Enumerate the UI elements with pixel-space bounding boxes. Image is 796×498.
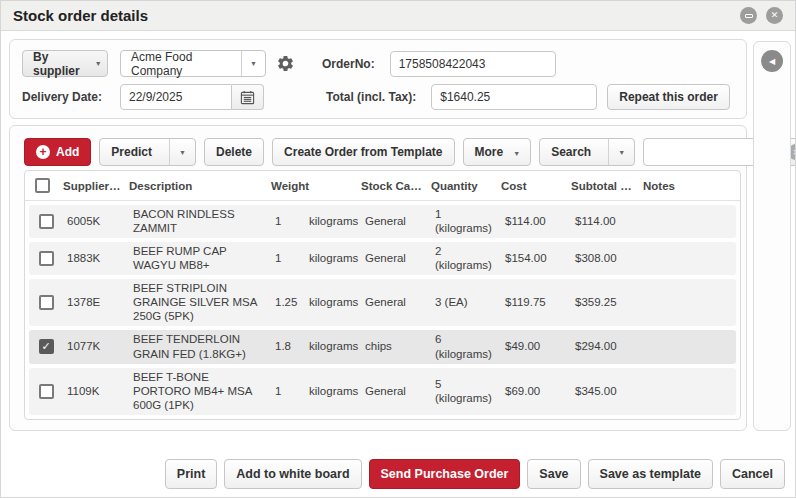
stock-category: General: [361, 212, 431, 230]
delivery-date-input[interactable]: [120, 84, 232, 110]
cost: $119.75: [501, 293, 571, 311]
col-description[interactable]: Description: [125, 180, 267, 192]
table-row[interactable]: 1077K BEEF TENDERLOIN GRAIN FED (1.8KG+)…: [29, 330, 736, 364]
quantity: 6 (kilograms): [431, 330, 501, 363]
repeat-order-button[interactable]: Repeat this order: [607, 84, 730, 110]
close-button[interactable]: ✕: [766, 7, 783, 24]
supplier-code: 6005K: [63, 212, 129, 230]
weight-unit: kilograms: [305, 249, 361, 267]
supplier-select[interactable]: Acme Food Company ▼: [120, 50, 266, 77]
cost: $114.00: [501, 212, 571, 230]
subtotal: $308.00: [571, 249, 643, 267]
select-all-checkbox[interactable]: [35, 178, 50, 193]
more-button[interactable]: More ▼: [463, 138, 532, 166]
minimize-button[interactable]: [740, 7, 757, 24]
chevron-down-icon: ▼: [513, 150, 520, 157]
col-notes[interactable]: Notes: [639, 180, 740, 192]
gear-icon[interactable]: [276, 54, 295, 73]
description: BEEF T-BONE PORTORO MB4+ MSA 600G (1PK): [129, 368, 271, 415]
weight-unit: kilograms: [305, 293, 361, 311]
search-label: Search: [540, 145, 602, 159]
table-row[interactable]: 6005K BACON RINDLESS ZAMMIT 1 kilograms …: [29, 205, 736, 238]
chevron-down-icon: ▼: [250, 60, 257, 67]
weight-value: 1: [271, 382, 305, 400]
delivery-date-label: Delivery Date:: [22, 90, 120, 104]
plus-icon: +: [36, 145, 50, 159]
supplier-value: Acme Food Company: [121, 50, 241, 78]
predict-button[interactable]: Predict ▼: [99, 138, 196, 166]
quantity: 1 (kilograms): [431, 205, 501, 238]
cancel-button[interactable]: Cancel: [720, 459, 785, 489]
row-checkbox[interactable]: [39, 384, 54, 399]
cost: $49.00: [501, 337, 571, 355]
order-header-panel: By supplier ▼ Acme Food Company ▼ OrderN…: [9, 39, 747, 119]
quantity: 2 (kilograms): [431, 242, 501, 275]
supplier-code: 1109K: [63, 382, 129, 400]
col-weight[interactable]: Weight: [267, 180, 357, 192]
cost: $69.00: [501, 382, 571, 400]
stock-category: General: [361, 382, 431, 400]
calendar-icon[interactable]: [232, 84, 264, 110]
order-no-input[interactable]: [390, 51, 556, 77]
row-checkbox[interactable]: [39, 251, 54, 266]
send-purchase-order-button[interactable]: Send Purchase Order: [369, 459, 521, 489]
weight-unit: kilograms: [305, 337, 361, 355]
cost: $154.00: [501, 249, 571, 267]
table-row[interactable]: 1693K BEEF STRIPLOIN WAGYU MB6+ 600G - L…: [29, 419, 736, 420]
collapse-toggle-button[interactable]: ◀: [761, 50, 783, 72]
predict-label: Predict: [100, 145, 163, 159]
description: BEEF STRIPLOIN WAGYU MB6+ 600G - LAUNDY …: [129, 419, 271, 420]
table-body: 6005K BACON RINDLESS ZAMMIT 1 kilograms …: [25, 201, 740, 420]
col-stock-category[interactable]: Stock Category: [357, 180, 427, 192]
description: BEEF TENDERLOIN GRAIN FED (1.8KG+): [129, 330, 271, 363]
stock-category: General: [361, 249, 431, 267]
row-checkbox[interactable]: [39, 339, 54, 354]
order-lines-panel: + Add Predict ▼ Delete Create Order from…: [9, 125, 747, 431]
add-to-whiteboard-button[interactable]: Add to white board: [224, 459, 361, 489]
create-from-template-button[interactable]: Create Order from Template: [272, 138, 455, 166]
order-mode-value: By supplier: [23, 50, 90, 78]
delete-button[interactable]: Delete: [204, 138, 264, 166]
subtotal: $114.00: [571, 212, 643, 230]
stock-category: General: [361, 293, 431, 311]
weight-unit: kilograms: [305, 212, 361, 230]
notes: [643, 219, 736, 223]
more-label: More: [464, 145, 508, 159]
weight-value: 1.8: [271, 337, 305, 355]
total-label: Total (incl. Tax):: [326, 90, 416, 104]
table-row[interactable]: 1378E BEEF STRIPLOIN GRAINGE SILVER MSA …: [29, 279, 736, 326]
order-mode-select[interactable]: By supplier ▼: [22, 50, 108, 77]
search-button[interactable]: Search ▼: [539, 138, 635, 166]
quantity: 3 (EA): [431, 293, 501, 311]
table-row[interactable]: 1883K BEEF RUMP CAP WAGYU MB8+ 1 kilogra…: [29, 242, 736, 275]
print-button[interactable]: Print: [165, 459, 217, 489]
weight-unit: kilograms: [305, 382, 361, 400]
col-quantity[interactable]: Quantity: [427, 180, 497, 192]
col-subtotal[interactable]: Subtotal (incl...: [567, 180, 639, 192]
table-row[interactable]: 1109K BEEF T-BONE PORTORO MB4+ MSA 600G …: [29, 368, 736, 415]
footer-actions: Print Add to white board Send Purchase O…: [1, 459, 785, 489]
chevron-down-icon: ▼: [95, 60, 102, 67]
total-input[interactable]: [431, 84, 597, 110]
add-button[interactable]: + Add: [24, 138, 91, 166]
titlebar: Stock order details ✕: [1, 1, 795, 31]
description: BEEF RUMP CAP WAGYU MB8+: [129, 242, 271, 275]
add-label: Add: [56, 145, 79, 159]
col-cost[interactable]: Cost: [497, 180, 567, 192]
row-checkbox[interactable]: [39, 295, 54, 310]
description: BACON RINDLESS ZAMMIT: [129, 205, 271, 238]
col-supplier-code[interactable]: Supplier Code: [59, 180, 125, 192]
save-as-template-button[interactable]: Save as template: [588, 459, 713, 489]
supplier-code: 1883K: [63, 249, 129, 267]
weight-value: 1.25: [271, 293, 305, 311]
chevron-down-icon: ▼: [618, 149, 625, 156]
side-panel-collapsed: ◀: [753, 41, 791, 431]
weight-value: 1: [271, 212, 305, 230]
notes: [643, 345, 736, 349]
row-checkbox[interactable]: [39, 214, 54, 229]
notes: [643, 256, 736, 260]
stock-category: chips: [361, 337, 431, 355]
save-button[interactable]: Save: [527, 459, 580, 489]
page-title: Stock order details: [13, 7, 148, 24]
order-lines-table: Supplier Code Description Weight Stock C…: [24, 170, 741, 420]
